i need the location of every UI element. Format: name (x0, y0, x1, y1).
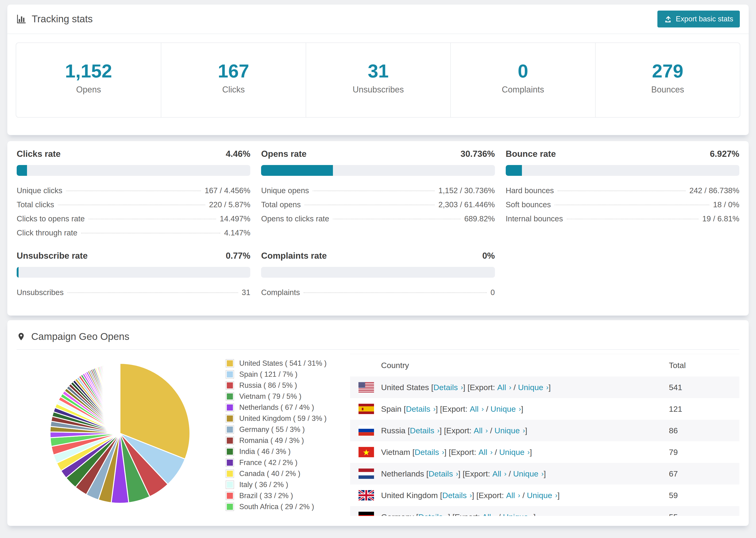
legend-item: India ( 46 / 3% ) (226, 447, 336, 456)
export-all-link[interactable]: All (492, 469, 501, 478)
rate-stat-row: Unsubscribes31 (17, 288, 250, 297)
total-value: 121 (669, 398, 739, 420)
stat-label: Complaints (451, 85, 595, 95)
export-prefix: ] [Export: (458, 469, 493, 478)
export-unique-link[interactable]: Unique (518, 383, 543, 392)
legend-label: United States ( 541 / 31% ) (239, 359, 327, 368)
details-link[interactable]: Details (410, 426, 434, 435)
stats-row: 1,152Opens167Clicks31Unsubscribes0Compla… (16, 42, 740, 118)
bar-chart-icon (16, 14, 27, 24)
details-link[interactable]: Details (415, 448, 439, 457)
rate-progress-fill (17, 165, 27, 176)
column-header-total: Total (669, 354, 739, 377)
legend-swatch (226, 469, 234, 478)
rate-stat-value: 14.497% (220, 214, 250, 223)
bracket: ] (549, 383, 551, 392)
total-value: 59 (669, 484, 739, 506)
export-unique-link[interactable]: Unique (503, 512, 528, 516)
dotted-leader (558, 190, 685, 191)
table-row-ru: Russia [Details ›] [Export: All › / Uniq… (350, 420, 739, 441)
export-all-link[interactable]: All (482, 512, 491, 516)
country-cell: Russia [Details ›] [Export: All › / Uniq… (350, 420, 669, 441)
geo-table: Country Total United States [Details ›] … (350, 354, 739, 516)
rate-stat-row: Complaints0 (261, 288, 495, 297)
rate-stat-value: 1,152 / 30.736% (438, 186, 495, 195)
legend-item: South Africa ( 29 / 2% ) (226, 503, 336, 511)
export-unique-link[interactable]: Unique (490, 404, 516, 413)
rate-stat-label: Click through rate (17, 228, 78, 237)
export-prefix: ] [Export: (436, 404, 470, 413)
export-all-link[interactable]: All (497, 383, 506, 392)
stat-cell-bounces: 279Bounces (595, 43, 740, 117)
export-prefix: ] [Export: (448, 512, 482, 516)
country-name: Russia (381, 426, 405, 435)
legend-swatch (226, 480, 234, 489)
export-all-link[interactable]: All (470, 404, 479, 413)
export-icon (664, 15, 672, 23)
legend-label: Brazil ( 33 / 2% ) (239, 492, 293, 500)
table-row-vn: Vietnam [Details ›] [Export: All › / Uni… (350, 441, 739, 463)
rate-block-unsubscribe-rate: Unsubscribe rate0.77%Unsubscribes31 (17, 251, 250, 297)
details-link[interactable]: Details (418, 512, 443, 516)
slash: / (488, 426, 495, 435)
legend-swatch (226, 381, 234, 390)
chevron-right-icon: › (454, 470, 458, 477)
column-header-country: Country (350, 354, 669, 377)
rate-value: 30.736% (460, 149, 495, 159)
rate-stat-label: Soft bounces (506, 200, 551, 209)
export-unique-link[interactable]: Unique (495, 426, 520, 435)
export-unique-link[interactable]: Unique (499, 448, 524, 457)
rate-stat-value: 4.147% (224, 228, 250, 237)
map-pin-icon (17, 331, 26, 342)
bracket: ] (544, 469, 546, 478)
details-link[interactable]: Details (406, 404, 430, 413)
legend-swatch (226, 414, 234, 423)
rate-block-opens-rate: Opens rate30.736%Unique opens1,152 / 30.… (261, 149, 495, 237)
geo-pie-wrap (47, 354, 197, 516)
chevron-right-icon: › (431, 405, 436, 413)
export-all-link[interactable]: All (474, 426, 483, 435)
country-name: Spain (381, 404, 402, 413)
details-link[interactable]: Details (428, 469, 453, 478)
tracking-stats-card: Tracking stats Export basic stats 1,152O… (7, 4, 749, 135)
dotted-leader (66, 190, 201, 191)
legend-item: Brazil ( 33 / 2% ) (226, 492, 336, 500)
rate-stat-row: Total clicks220 / 5.87% (17, 200, 250, 209)
export-all-link[interactable]: All (506, 491, 515, 500)
rate-stat-row: Soft bounces18 / 0% (506, 200, 739, 209)
export-basic-stats-button[interactable]: Export basic stats (657, 11, 740, 27)
rate-progress-bar (506, 165, 739, 176)
stat-value: 1,152 (16, 60, 161, 82)
bracket: [ (424, 469, 428, 478)
bracket: [ (410, 448, 415, 457)
rate-block-complaints-rate: Complaints rate0%Complaints0 (261, 251, 495, 297)
chevron-right-icon: › (479, 405, 484, 413)
rate-stat-label: Total clicks (17, 200, 54, 209)
export-all-link[interactable]: All (478, 448, 487, 457)
country-name: United Kingdom (381, 491, 438, 500)
rate-value: 6.927% (710, 149, 739, 159)
export-unique-link[interactable]: Unique (527, 491, 552, 500)
bracket: [ (402, 404, 406, 413)
slash: / (520, 491, 527, 500)
chevron-right-icon: › (553, 491, 557, 499)
chevron-right-icon: › (525, 448, 530, 456)
rate-stat-value: 167 / 4.456% (205, 186, 250, 195)
tracking-stats-header: Tracking stats Export basic stats (7, 4, 749, 34)
details-link[interactable]: Details (442, 491, 467, 500)
slash: / (512, 383, 518, 392)
rate-stat-label: Unique clicks (17, 186, 62, 195)
legend-label: South Africa ( 29 / 2% ) (239, 503, 314, 511)
total-value: 67 (669, 463, 739, 484)
stat-value: 0 (451, 60, 595, 82)
bracket: [ (414, 512, 418, 516)
rate-stat-row: Click through rate4.147% (17, 228, 250, 237)
rate-progress-bar (261, 165, 495, 176)
legend-swatch (226, 392, 234, 401)
dotted-leader (555, 205, 709, 205)
details-link[interactable]: Details (433, 383, 458, 392)
rate-stat-value: 0 (490, 288, 495, 297)
stat-cell-clicks: 167Clicks (161, 43, 305, 117)
export-unique-link[interactable]: Unique (513, 469, 538, 478)
table-row-es: Spain [Details ›] [Export: All › / Uniqu… (350, 398, 739, 420)
